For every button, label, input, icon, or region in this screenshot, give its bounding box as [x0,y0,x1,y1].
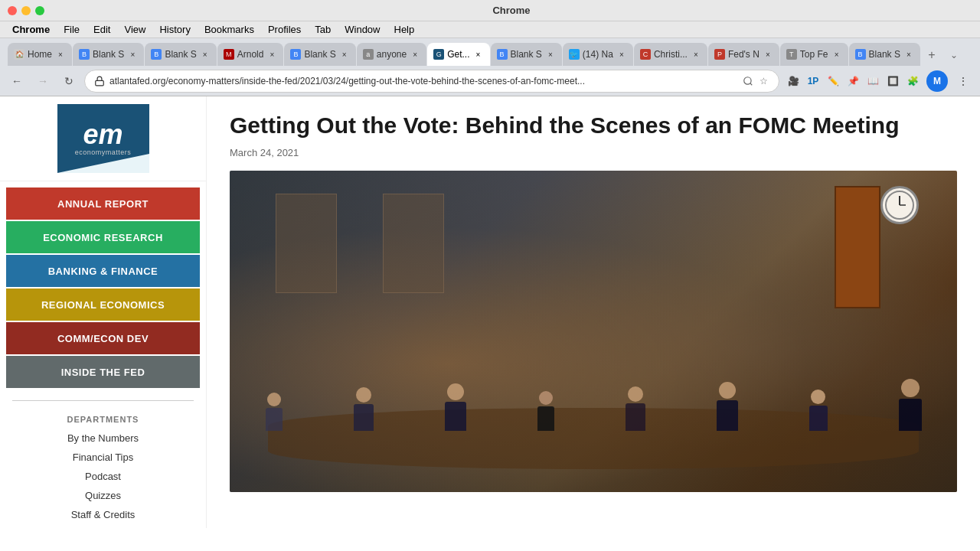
person-2 [354,387,374,431]
ext-sideload[interactable]: 📌 [844,72,862,90]
tab-close-blank1[interactable]: × [127,49,138,60]
close-button[interactable] [8,6,17,15]
search-engine-icon[interactable] [742,75,754,87]
new-tab-button[interactable]: + [921,44,942,66]
lock-icon [94,76,105,86]
nav-comm-econ-dev[interactable]: COMM/ECON DEV [6,322,200,354]
tab-favicon-feds: P [714,49,725,60]
fullscreen-button[interactable] [35,6,44,15]
dept-financial-tips[interactable]: Financial Tips [6,448,200,467]
ext-1password[interactable]: 1P [804,72,822,90]
tab-anyone[interactable]: a anyone × [357,43,426,66]
nav-annual-report[interactable]: ANNUAL REPORT [6,187,200,220]
person-body-7 [809,406,828,431]
chrome-account[interactable]: M [926,70,948,92]
tab-close-na[interactable]: × [616,49,627,60]
wall-panel-mid [383,194,444,293]
tab-favicon-blank5: B [855,49,866,60]
menu-edit[interactable]: Edit [87,21,116,38]
nav-buttons: ANNUAL REPORT ECONOMIC RESEARCH BANKING … [0,181,206,394]
back-button[interactable]: ← [6,70,28,92]
svg-point-1 [744,77,751,83]
tab-na[interactable]: 🐦 (14) Na × [563,43,633,66]
tab-favicon-christi: C [640,49,651,60]
svg-rect-0 [96,80,104,85]
tab-feds[interactable]: P Fed's N × [708,43,779,66]
tab-favicon-blank4: B [497,49,508,60]
person-body-6 [717,400,738,431]
ext-unknown[interactable]: 🔲 [884,72,902,90]
tab-christi[interactable]: C Christi... × [634,43,707,66]
tab-top[interactable]: T Top Fe × [780,43,848,66]
dept-by-the-numbers[interactable]: By the Numbers [6,429,200,448]
menu-chrome[interactable]: Chrome [6,21,56,38]
tab-close-top[interactable]: × [831,49,842,60]
ext-pencil[interactable]: ✏️ [824,72,842,90]
reload-button[interactable]: ↻ [58,70,80,92]
tab-close-christi[interactable]: × [691,49,701,60]
extensions-button[interactable]: 🧩 [903,72,922,90]
tab-arnold[interactable]: M Arnold × [217,43,284,66]
dept-quizzes[interactable]: Quizzes [6,486,200,505]
bookmark-star-icon[interactable]: ☆ [757,75,769,87]
tab-overflow-button[interactable]: ⌄ [943,44,965,66]
tab-label-home: Home [28,49,52,60]
tab-close-home[interactable]: × [55,49,66,60]
tab-home[interactable]: 🏠 Home × [8,43,72,66]
chrome-menu[interactable]: ⋮ [952,70,974,92]
tab-close-blank3[interactable]: × [339,49,350,60]
minimize-button[interactable] [21,6,31,15]
menu-bookmarks[interactable]: Bookmarks [198,21,260,38]
tab-close-arnold[interactable]: × [266,49,277,60]
menu-view[interactable]: View [118,21,152,38]
nav-regional-economics[interactable]: REGIONAL ECONOMICS [6,289,200,321]
svg-line-2 [750,83,753,85]
logo-area: em economymatters [0,96,206,181]
tab-get[interactable]: G Get... × [427,43,489,66]
nav-banking-finance[interactable]: BANKING & FINANCE [6,255,200,287]
forward-button[interactable]: → [32,70,54,92]
menu-profiles[interactable]: Profiles [262,21,307,38]
ext-reader[interactable]: 📖 [864,72,882,90]
tab-blank1[interactable]: B Blank S × [73,43,144,66]
address-bar[interactable]: atlantafed.org/economy-matters/inside-th… [84,70,779,93]
tab-blank5[interactable]: B Blank S × [849,43,920,66]
person-head-1 [267,393,281,406]
person-body-4 [537,406,554,431]
site-logo[interactable]: em economymatters [57,104,149,173]
person-4 [537,391,554,431]
menu-history[interactable]: History [153,21,196,38]
nav-inside-the-fed[interactable]: INSIDE THE FED [6,356,200,388]
tab-label-blank2: Blank S [165,49,196,60]
article-image [230,171,957,492]
nav-economic-research[interactable]: ECONOMIC RESEARCH [6,221,200,253]
tab-favicon-arnold: M [224,49,234,60]
tab-close-feds[interactable]: × [763,49,773,60]
tab-close-blank2[interactable]: × [200,49,211,60]
tab-favicon-blank2: B [151,49,162,60]
tab-blank4[interactable]: B Blank S × [491,43,562,66]
tab-label-blank4: Blank S [511,49,542,60]
menu-window[interactable]: Window [338,21,386,38]
person-head-4 [539,391,553,405]
person-head-7 [811,390,825,404]
tab-close-anyone[interactable]: × [410,49,420,60]
person-1 [266,393,283,431]
tab-blank2[interactable]: B Blank S × [145,43,216,66]
tab-close-blank4[interactable]: × [545,49,556,60]
dept-podcast[interactable]: Podcast [6,467,200,486]
tab-close-blank5[interactable]: × [903,49,914,60]
tab-close-get[interactable]: × [473,49,484,60]
tab-label-na: (14) Na [583,49,613,60]
menu-tab[interactable]: Tab [309,21,337,38]
dept-staff-credits[interactable]: Staff & Credits [6,505,200,524]
menu-help[interactable]: Help [388,21,421,38]
profile-avatar[interactable]: M [926,70,948,92]
menu-file[interactable]: File [57,21,86,38]
window-title: Chrome [51,5,972,16]
menu-bar: Chrome File Edit View History Bookmarks … [0,21,980,38]
tab-label-get: Get... [447,49,469,60]
tab-blank3[interactable]: B Blank S × [284,43,355,66]
tab-favicon-anyone: a [363,49,374,60]
ext-screencastify[interactable]: 🎥 [784,72,802,90]
